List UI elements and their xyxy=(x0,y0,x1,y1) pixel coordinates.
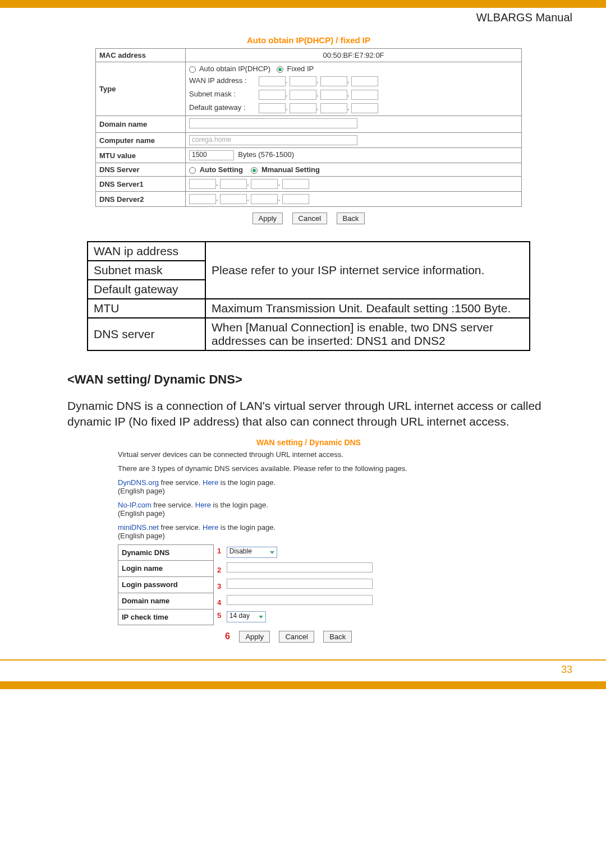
ddns-table: Dynamic DNS 1 Disable Login name 2 Login… xyxy=(118,544,499,625)
num-6: 6 xyxy=(223,631,233,641)
apply-button-2[interactable]: Apply xyxy=(239,631,270,643)
page-content: Auto obtain IP(DHCP) / fixed IP MAC addr… xyxy=(0,24,606,643)
dns1-4[interactable] xyxy=(282,179,309,189)
back-button-2[interactable]: Back xyxy=(323,631,352,643)
num-4: 4 xyxy=(217,598,224,607)
screenshot2-body: Virtual server devices can be connected … xyxy=(118,450,499,540)
wan-ip-4[interactable] xyxy=(351,76,378,86)
button-row-2: 6 Apply Cancel Back xyxy=(118,631,499,643)
dns1-1[interactable] xyxy=(189,179,216,189)
link-minidns[interactable]: miniDNS.net xyxy=(118,523,159,532)
ddns-intro1: Virtual server devices can be connected … xyxy=(118,450,499,459)
apply-button-1[interactable]: Apply xyxy=(252,213,283,224)
cancel-button-1[interactable]: Cancel xyxy=(292,213,327,224)
dns2-4[interactable] xyxy=(282,194,309,204)
dns2-2[interactable] xyxy=(220,194,247,204)
num-5: 5 xyxy=(217,611,224,620)
radio-dns-auto[interactable] xyxy=(189,167,196,174)
dns1-2[interactable] xyxy=(220,179,247,189)
ddns-domain-input[interactable] xyxy=(227,595,373,605)
back-button-1[interactable]: Back xyxy=(337,213,365,224)
dns2-label: DNS Derver2 xyxy=(96,192,186,207)
wan-ip-label: WAN IP address : xyxy=(189,76,256,85)
desc-mtu-v: Maximum Transmission Unit. Deafault sett… xyxy=(205,299,530,318)
desc-wan-ip: WAN ip address xyxy=(88,242,205,261)
wan-ip-2[interactable] xyxy=(290,76,316,86)
ddns-r4-l: Domain name xyxy=(118,593,214,609)
ddns-r1-l: Dynamic DNS xyxy=(118,544,214,560)
subnet-label: Subnet mask : xyxy=(189,90,256,98)
subnet-4[interactable] xyxy=(351,90,378,100)
screenshot1-title: Auto obtain IP(DHCP) / fixed IP xyxy=(67,35,550,45)
gw-1[interactable] xyxy=(259,103,286,113)
login-password-input[interactable] xyxy=(227,579,373,589)
mac-value: 00:50:BF:E7:92:0F xyxy=(186,49,522,62)
ddns-r2-l: Login name xyxy=(118,560,214,576)
desc-gateway: Default gateway xyxy=(88,280,205,299)
desc-dns-l: DNS server xyxy=(88,318,205,350)
gateway-label: Default gateway : xyxy=(189,103,256,112)
mac-label: MAC address xyxy=(96,49,186,62)
gw-2[interactable] xyxy=(290,103,316,113)
dns-auto: Auto Setting xyxy=(200,165,243,174)
desc-mtu-l: MTU xyxy=(88,299,205,318)
dns-label: DNS Server xyxy=(96,163,186,177)
gw-3[interactable] xyxy=(320,103,347,113)
login-name-input[interactable] xyxy=(227,562,373,572)
num-3: 3 xyxy=(217,582,224,590)
radio-auto-ip[interactable] xyxy=(189,66,196,73)
wan-ip-1[interactable] xyxy=(259,76,286,86)
footer: 33 xyxy=(0,659,606,689)
dns2-1[interactable] xyxy=(189,194,216,204)
ddns-r5-l: IP check time xyxy=(118,609,214,625)
mtu-input[interactable]: 1500 xyxy=(189,150,234,160)
eng-3: (English page) xyxy=(118,532,165,540)
button-row-1: Apply Cancel Back xyxy=(67,213,550,224)
num-1: 1 xyxy=(217,547,224,555)
page-number: 33 xyxy=(0,661,606,681)
type-label: Type xyxy=(96,62,186,116)
subnet-3[interactable] xyxy=(320,90,347,100)
type-opt-fixed: Fixed IP xyxy=(287,64,314,73)
computer-label: Computer name xyxy=(96,133,186,148)
manual-header: WLBARGS Manual xyxy=(0,8,606,24)
desc-subnet: Subnet mask xyxy=(88,261,205,280)
domain-label: Domain name xyxy=(96,116,186,133)
screenshot2-title: WAN setting / Dynamic DNS xyxy=(67,438,550,447)
link-noip[interactable]: No-IP.com xyxy=(118,501,152,509)
radio-dns-manual[interactable] xyxy=(251,167,258,174)
section-heading: <WAN setting/ Dynamic DNS> xyxy=(67,372,550,387)
section-body: Dynamic DNS is a connection of LAN's vir… xyxy=(67,398,550,430)
desc-dns-v: When [Manual Connection] is enable, two … xyxy=(205,318,530,350)
ipcheck-select[interactable]: 14 day xyxy=(227,611,266,622)
radio-fixed-ip[interactable] xyxy=(277,66,283,73)
dns2-3[interactable] xyxy=(251,194,278,204)
computer-input[interactable]: corega.home xyxy=(189,135,357,145)
subnet-1[interactable] xyxy=(259,90,286,100)
num-2: 2 xyxy=(217,566,224,574)
ddns-r3-l: Login password xyxy=(118,576,214,593)
link-here-2[interactable]: Here xyxy=(195,501,211,509)
wan-ip-3[interactable] xyxy=(320,76,347,86)
top-orange-band xyxy=(0,0,606,8)
gw-4[interactable] xyxy=(351,103,378,113)
domain-input[interactable] xyxy=(189,118,357,128)
link-here-1[interactable]: Here xyxy=(203,478,218,487)
mtu-suffix: Bytes (576-1500) xyxy=(238,150,294,159)
link-dyndns[interactable]: DynDNS.org xyxy=(118,478,159,487)
config-table: MAC address 00:50:BF:E7:92:0F Type Auto … xyxy=(95,48,522,207)
dns1-3[interactable] xyxy=(251,179,278,189)
mtu-label: MTU value xyxy=(96,148,186,163)
eng-1: (English page) xyxy=(118,487,165,495)
desc-merged: Please refer to your ISP internet servic… xyxy=(205,242,530,299)
ddns-intro2: There are 3 types of dynamic DNS service… xyxy=(118,464,499,473)
eng-2: (English page) xyxy=(118,509,165,518)
ddns-select[interactable]: Disable xyxy=(227,547,277,558)
cancel-button-2[interactable]: Cancel xyxy=(279,631,314,643)
link-here-3[interactable]: Here xyxy=(203,523,218,532)
type-opt-auto: Auto obtain IP(DHCP) xyxy=(199,64,270,73)
subnet-2[interactable] xyxy=(290,90,316,100)
dns1-label: DNS Server1 xyxy=(96,177,186,192)
dns-manual: Mmanual Setting xyxy=(261,165,320,174)
type-cell: Auto obtain IP(DHCP) Fixed IP WAN IP add… xyxy=(186,62,522,116)
